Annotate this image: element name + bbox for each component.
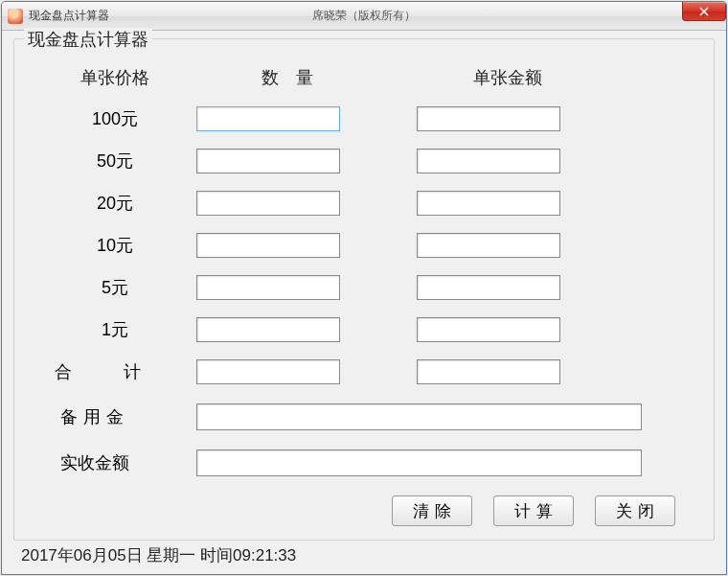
total-amt-input[interactable]	[417, 359, 560, 384]
window-title: 现金盘点计算器	[29, 8, 109, 24]
denom-10-label: 10元	[34, 234, 196, 257]
close-button[interactable]: 关闭	[595, 495, 675, 526]
close-icon	[699, 7, 709, 16]
amt-20-input[interactable]	[417, 191, 560, 216]
total-qty-input[interactable]	[196, 359, 340, 384]
denom-1-label: 1元	[34, 318, 196, 341]
qty-5-input[interactable]	[196, 275, 340, 300]
clear-button[interactable]: 清除	[392, 495, 472, 526]
status-bar: 2017年06月05日 星期一 时间09:21:33	[13, 541, 715, 568]
amt-50-input[interactable]	[417, 149, 560, 173]
denomination-grid: 单张价格 数 量 单张金额 100元 50元 20元 10元	[34, 66, 694, 384]
qty-20-input[interactable]	[196, 191, 340, 216]
main-window: 现金盘点计算器 席晓荣（版权所有） 现金盘点计算器 单张价格 数 量 单张金额 …	[1, 1, 727, 575]
amt-1-input[interactable]	[417, 317, 560, 342]
amt-100-input[interactable]	[417, 106, 560, 131]
received-input[interactable]	[196, 449, 642, 476]
denom-50-label: 50元	[34, 150, 196, 173]
client-area: 现金盘点计算器 单张价格 数 量 单张金额 100元 50元 20元 10元	[2, 31, 726, 574]
groupbox-title: 现金盘点计算器	[24, 28, 152, 51]
titlebar: 现金盘点计算器 席晓荣（版权所有）	[2, 2, 726, 31]
reserve-input[interactable]	[196, 403, 642, 430]
header-price: 单张价格	[34, 66, 196, 89]
amt-10-input[interactable]	[417, 233, 560, 258]
qty-10-input[interactable]	[196, 233, 340, 258]
button-row: 清除 计算 关闭	[34, 495, 694, 526]
received-label: 实收金额	[34, 451, 196, 474]
calc-button[interactable]: 计算	[493, 495, 574, 526]
header-qty: 数 量	[196, 66, 378, 89]
window-subtitle: 席晓荣（版权所有）	[2, 8, 726, 24]
denom-100-label: 100元	[34, 107, 196, 130]
amt-5-input[interactable]	[417, 275, 560, 300]
denom-5-label: 5元	[34, 276, 196, 299]
close-window-button[interactable]	[682, 2, 726, 21]
header-amount: 单张金额	[417, 66, 599, 89]
calculator-groupbox: 现金盘点计算器 单张价格 数 量 单张金额 100元 50元 20元 10元	[13, 38, 715, 541]
total-label: 合 计	[34, 360, 196, 383]
qty-1-input[interactable]	[196, 317, 340, 342]
reserve-row: 备用金	[34, 403, 694, 430]
app-icon	[8, 9, 23, 24]
received-row: 实收金额	[34, 449, 694, 476]
reserve-label: 备用金	[34, 405, 196, 428]
qty-50-input[interactable]	[196, 149, 340, 173]
denom-20-label: 20元	[34, 192, 196, 215]
qty-100-input[interactable]	[196, 106, 340, 131]
